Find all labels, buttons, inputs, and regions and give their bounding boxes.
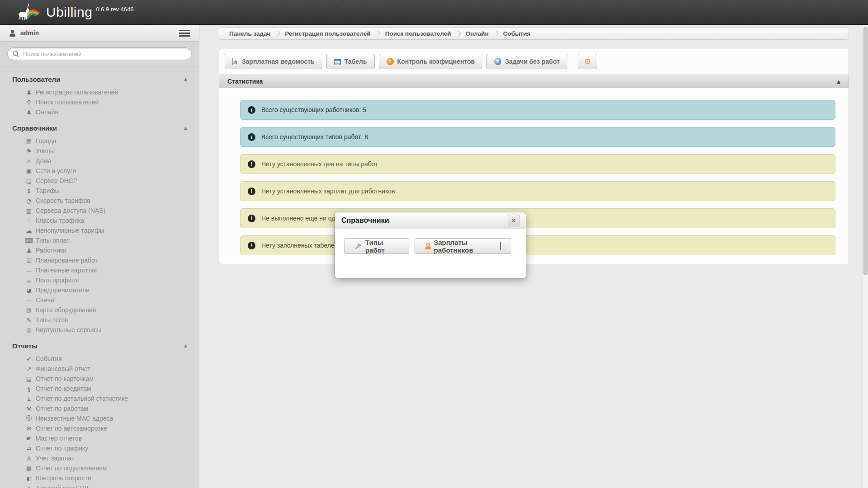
sidebar-item-icon: ▩ — [24, 465, 34, 472]
sidebar-item-icon: ⌂ — [24, 158, 34, 164]
sidebar-item-label: Мастер отчетов — [36, 435, 82, 442]
sidebar-menu-row[interactable]: Справочники ▲ — [0, 122, 199, 133]
alert-row: i Всего существующих работников: 5 — [240, 100, 835, 120]
work-types-button[interactable]: Типы работ — [344, 238, 409, 254]
sidebar-menu-row[interactable]: ◐ Контроль скорости — [0, 473, 199, 483]
sidebar-item-label: Онлайн — [36, 108, 58, 116]
sidebar-menu-row[interactable]: Σ Отчет по детальной статистике — [0, 394, 199, 404]
sidebar-menu-row[interactable]: Отчеты ▲ — [0, 340, 199, 351]
worker-salaries-icon — [425, 243, 430, 249]
hamburger-menu-icon[interactable] — [179, 30, 190, 37]
sidebar-item-icon: ◐ — [24, 475, 34, 482]
sidebar-menu-row[interactable]: ♙ Учет зарплат — [0, 453, 199, 463]
search-row — [0, 42, 199, 66]
alert-text: Всего существующих типов работ: 8 — [261, 133, 368, 141]
sidebar-menu-row[interactable]: ☁ Непопулярные тарифы — [0, 225, 199, 235]
breadcrumb-item[interactable]: События — [499, 30, 535, 37]
admin-row[interactable]: admin — [0, 25, 199, 42]
sidebar-menu-row[interactable]: ▭ Платежные карточки — [0, 265, 199, 275]
sidebar-menu-row[interactable]: ⋯ Свичи — [0, 295, 199, 305]
question-icon: ? — [494, 58, 501, 65]
main-area: Панель задач Регистрация пользователей П… — [200, 25, 863, 488]
sidebar-menu-row[interactable]: ≣ Поля профиля — [0, 275, 199, 285]
gear-icon: ⚙ — [584, 58, 591, 66]
button-label: Типы работ — [365, 239, 399, 254]
sidebar-menu-row[interactable]: ♟ Работники — [0, 245, 199, 255]
sidebar-menu-row[interactable]: ⚲ Поиск пользователей — [0, 97, 199, 107]
sidebar-menu-row[interactable]: ⋮ Классы трафика — [0, 216, 199, 225]
sidebar-item-label: Классы трафика — [36, 217, 85, 224]
sidebar-menu-row[interactable]: ♟ Онлайн — [0, 107, 199, 117]
sidebar-item-icon: ⋯ — [24, 297, 34, 304]
sidebar-menu-row[interactable]: ⚒ Отчет по работам — [0, 404, 199, 413]
close-icon[interactable]: × — [508, 215, 519, 226]
sidebar-menu-row[interactable]: ◕ Предприниматели — [0, 285, 199, 295]
page-scrollbar[interactable] — [863, 25, 868, 488]
sidebar-menu-row[interactable]: ▣ Сети и услуги — [0, 166, 199, 176]
sidebar-item-label: Улицы — [36, 147, 55, 155]
search-input[interactable] — [7, 47, 192, 60]
sidebar-menu-row[interactable]: ▤ Сервер DHCP — [0, 176, 199, 186]
breadcrumb-item[interactable]: Онлайн — [461, 30, 493, 37]
sidebar-menu-row[interactable]: ◎ Виртуальные сервисы — [0, 325, 199, 335]
work-types-icon — [354, 243, 362, 250]
sidebar-item-icon: ▭ — [24, 267, 34, 274]
breadcrumb: Панель задач Регистрация пользователей П… — [219, 27, 849, 40]
breadcrumb-item[interactable]: Поиск пользователей — [381, 30, 456, 37]
button-label: Задачи без работ — [505, 58, 560, 65]
sidebar-menu-row[interactable]: $ Тарифы — [0, 186, 199, 196]
alert-row: ! Нету установленных цен на типы работ — [240, 154, 835, 174]
sidebar-menu-row[interactable]: ◔ Скорость тарифов — [0, 196, 199, 206]
sidebar-menu-row[interactable]: ☑ Планирование работ — [0, 255, 199, 265]
sidebar-menu-row[interactable]: ✎ Типы тегов — [0, 315, 199, 325]
alert-row: ! Не выполнено еще ни одн — [240, 208, 835, 228]
sidebar-menu-row[interactable]: ⇄ Отчет по трафику — [0, 443, 199, 453]
settings-button[interactable]: ⚙ — [578, 54, 597, 69]
sidebar-item-icon: ◎ — [24, 327, 34, 333]
sidebar-menu-row[interactable]: ▥ Сервера доступа (NAS) — [0, 206, 199, 216]
sidebar-menu-row[interactable]: ✳ Текущий кеш FDB — [0, 483, 199, 488]
button-label: Контроль коэфициентов — [397, 58, 475, 65]
tasks-without-jobs-button[interactable]: ? Задачи без работ — [486, 54, 567, 69]
sidebar-item-label: События — [36, 355, 62, 362]
alert-status-icon: i — [248, 133, 255, 141]
breadcrumb-item[interactable]: Регистрация пользователей — [280, 30, 375, 37]
sidebar-item-label: Карта оборудования — [36, 306, 96, 314]
collapse-up-icon[interactable]: ▲ — [837, 79, 840, 84]
sidebar-menu-row[interactable]: ⚑ Улицы — [0, 146, 199, 156]
sidebar-menu-row[interactable]: ▩ Отчет по подключениям — [0, 463, 199, 473]
chevron-right-icon — [456, 31, 461, 36]
statistics-header[interactable]: Статистика ▲ — [219, 75, 849, 88]
sidebar-item-icon: ◕ — [24, 287, 34, 294]
sidebar-item-icon: ▤ — [24, 375, 34, 382]
alert-row: ! Нету заполненых табелей — [240, 235, 835, 255]
timesheet-button[interactable]: Табель — [326, 54, 375, 69]
sidebar-menu-row[interactable]: Ⓝ Неизвестные MAC адреса — [0, 413, 199, 423]
sidebar-item-label: Пользователи — [12, 75, 60, 83]
sidebar-menu-row[interactable]: ☛ Мастер отчетов — [0, 433, 199, 443]
sidebar-item-label: Поля профиля — [36, 277, 79, 284]
sidebar-menu-row[interactable]: Пользователи ▲ — [0, 74, 199, 84]
sidebar-menu-row[interactable]: ❄ Отчет по автозаморозке — [0, 423, 199, 433]
sidebar-menu-row[interactable]: ⌂ Дома — [0, 156, 199, 166]
sidebar-menu-row[interactable]: ⌨ Типы оплат — [0, 235, 199, 245]
sidebar-item-label: Отчет по кредитам — [36, 385, 91, 392]
sidebar-item-label: Сервера доступа (NAS) — [36, 207, 105, 214]
sidebar-menu-row[interactable]: ▦ Города — [0, 136, 199, 146]
sidebar-menu-row[interactable]: ▧ Карта оборудования — [0, 305, 199, 315]
button-label: Зарплатная ведомость — [242, 58, 315, 65]
coefficient-control-button[interactable]: ! Контроль коэфициентов — [379, 54, 483, 69]
alert-text: Нету установленных цен на типы работ — [261, 160, 378, 168]
sidebar-item-icon: ⚲ — [24, 99, 34, 106]
sidebar-item-label: Регистрация пользователей — [36, 89, 118, 96]
modal-title: Справочники — [341, 216, 389, 225]
sidebar-menu-row[interactable]: ✔ События — [0, 354, 199, 364]
sidebar-menu-row[interactable]: § Отчет по кредитам — [0, 384, 199, 394]
breadcrumb-item[interactable]: Панель задач — [225, 30, 275, 37]
scrollbar-thumb[interactable] — [863, 27, 868, 275]
sidebar-menu-row[interactable]: ♟ Регистрация пользователей — [0, 87, 199, 97]
worker-salaries-button[interactable]: Зарплаты работников — [415, 238, 511, 254]
sidebar-menu-row[interactable]: ↗ Финансовый отчет — [0, 364, 199, 374]
sidebar-menu-row[interactable]: ▤ Отчет по карточкам — [0, 374, 199, 384]
salary-sheet-button[interactable]: Зарплатная ведомость — [225, 54, 322, 69]
